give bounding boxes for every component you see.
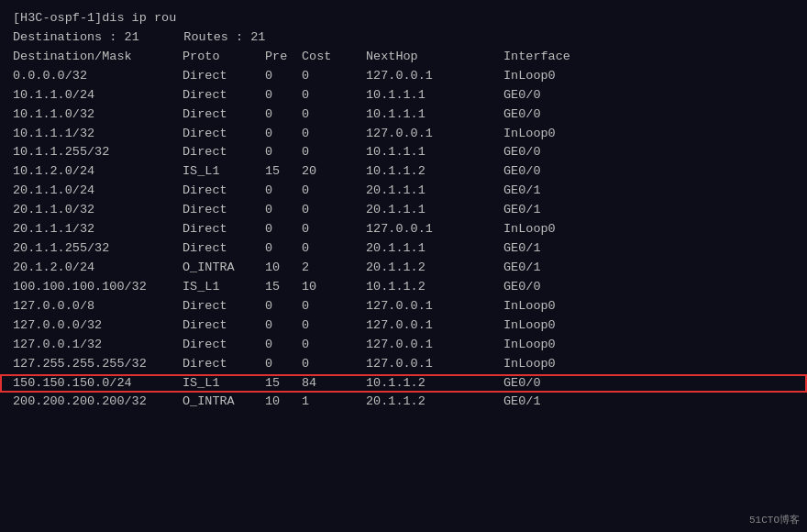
header-proto: Proto (182, 48, 265, 67)
cell-proto: O_INTRA (182, 259, 265, 278)
table-row: 127.0.0.1/32Direct00127.0.0.1InLoop0 (13, 336, 794, 355)
header-dest: Destination/Mask (13, 48, 182, 67)
cell-proto: Direct (182, 316, 265, 336)
cell-iface: InLoop0 (503, 67, 595, 86)
cell-proto: Direct (182, 105, 265, 125)
table-row: 20.1.1.1/32Direct00127.0.0.1InLoop0 (13, 220, 794, 239)
cell-iface: GE0/0 (503, 278, 595, 297)
cell-cost: 0 (302, 125, 366, 144)
cell-pre: 10 (265, 259, 302, 278)
summary-sep1: : (102, 28, 124, 48)
table-row: 150.150.150.0/24IS_L1158410.1.1.2GE0/0 (13, 374, 794, 393)
cell-proto: Direct (182, 297, 265, 316)
cell-cost: 0 (302, 336, 366, 355)
cell-dest: 100.100.100.100/32 (13, 278, 182, 297)
cell-dest: 127.0.0.1/32 (13, 336, 182, 355)
cell-nexthop: 10.1.1.2 (366, 162, 503, 182)
cell-iface: GE0/1 (503, 239, 595, 259)
cell-dest: 127.0.0.0/32 (13, 316, 182, 336)
cell-pre: 0 (265, 355, 302, 374)
routes-spacer (139, 28, 184, 48)
cell-pre: 0 (265, 239, 302, 259)
cell-proto: IS_L1 (182, 162, 265, 182)
cell-iface: GE0/0 (503, 162, 595, 182)
cell-dest: 0.0.0.0/32 (13, 67, 182, 86)
cell-cost: 0 (302, 86, 366, 105)
cell-nexthop: 10.1.1.1 (366, 143, 503, 162)
cell-pre: 0 (265, 125, 302, 144)
cell-proto: Direct (182, 355, 265, 374)
cell-proto: Direct (182, 220, 265, 239)
cell-iface: GE0/0 (503, 105, 595, 125)
cell-pre: 0 (265, 182, 302, 201)
table-row: 20.1.1.0/32Direct0020.1.1.1GE0/1 (13, 201, 794, 220)
cell-nexthop: 127.0.0.1 (366, 316, 503, 336)
cell-cost: 0 (302, 67, 366, 86)
cell-pre: 10 (265, 393, 302, 412)
cell-iface: InLoop0 (503, 355, 595, 374)
cell-pre: 0 (265, 86, 302, 105)
cell-nexthop: 20.1.1.1 (366, 201, 503, 220)
cell-nexthop: 20.1.1.2 (366, 393, 503, 412)
watermark: 51CTO博客 (749, 513, 800, 528)
cell-dest: 127.255.255.255/32 (13, 355, 182, 374)
cell-dest: 10.1.1.1/32 (13, 125, 182, 144)
cell-cost: 0 (302, 220, 366, 239)
cell-dest: 150.150.150.0/24 (13, 374, 182, 393)
cell-cost: 1 (302, 393, 366, 412)
cell-dest: 20.1.1.1/32 (13, 220, 182, 239)
cell-iface: GE0/0 (503, 143, 595, 162)
routes-label: Routes (183, 28, 228, 48)
cell-cost: 0 (302, 316, 366, 336)
cell-proto: Direct (182, 67, 265, 86)
cell-iface: GE0/1 (503, 393, 595, 412)
cell-dest: 127.0.0.0/8 (13, 297, 182, 316)
cell-proto: Direct (182, 182, 265, 201)
cell-proto: Direct (182, 125, 265, 144)
summary-sep2: : (228, 28, 250, 48)
cell-dest: 10.1.1.0/32 (13, 105, 182, 125)
table-body: 0.0.0.0/32Direct00127.0.0.1InLoop010.1.1… (13, 67, 794, 413)
cell-nexthop: 20.1.1.1 (366, 239, 503, 259)
table-row: 20.1.2.0/24O_INTRA10220.1.1.2GE0/1 (13, 259, 794, 278)
cell-cost: 0 (302, 201, 366, 220)
cell-nexthop: 10.1.1.1 (366, 86, 503, 105)
cell-dest: 10.1.1.255/32 (13, 143, 182, 162)
cell-nexthop: 10.1.1.2 (366, 278, 503, 297)
cell-proto: Direct (182, 201, 265, 220)
header-iface: Interface (503, 48, 595, 67)
cell-dest: 20.1.1.0/24 (13, 182, 182, 201)
cell-proto: Direct (182, 239, 265, 259)
cell-pre: 0 (265, 336, 302, 355)
cell-pre: 0 (265, 201, 302, 220)
cell-cost: 0 (302, 297, 366, 316)
table-row: 127.0.0.0/32Direct00127.0.0.1InLoop0 (13, 316, 794, 336)
cell-dest: 20.1.1.255/32 (13, 239, 182, 259)
destinations-label: Destinations (13, 28, 102, 48)
cell-pre: 0 (265, 105, 302, 125)
table-row: 127.0.0.0/8Direct00127.0.0.1InLoop0 (13, 297, 794, 316)
table-row: 0.0.0.0/32Direct00127.0.0.1InLoop0 (13, 67, 794, 86)
table-row: 10.1.1.0/32Direct0010.1.1.1GE0/0 (13, 105, 794, 125)
routes-count: 21 (250, 28, 265, 48)
cell-dest: 20.1.2.0/24 (13, 259, 182, 278)
table-row: 10.1.2.0/24IS_L1152010.1.1.2GE0/0 (13, 162, 794, 182)
cell-pre: 0 (265, 297, 302, 316)
cell-iface: InLoop0 (503, 297, 595, 316)
cell-pre: 15 (265, 162, 302, 182)
prompt-line: [H3C-ospf-1]dis ip rou (13, 9, 794, 28)
cell-cost: 0 (302, 239, 366, 259)
cell-cost: 84 (302, 374, 366, 393)
cell-cost: 0 (302, 143, 366, 162)
cell-proto: IS_L1 (182, 278, 265, 297)
cell-proto: Direct (182, 143, 265, 162)
cell-nexthop: 127.0.0.1 (366, 125, 503, 144)
cell-nexthop: 127.0.0.1 (366, 297, 503, 316)
cell-nexthop: 127.0.0.1 (366, 355, 503, 374)
cell-pre: 0 (265, 67, 302, 86)
cell-pre: 15 (265, 278, 302, 297)
cell-iface: GE0/1 (503, 259, 595, 278)
header-pre: Pre (265, 48, 302, 67)
table-row: 10.1.1.1/32Direct00127.0.0.1InLoop0 (13, 125, 794, 144)
table-row: 200.200.200.200/32O_INTRA10120.1.1.2GE0/… (13, 393, 794, 412)
